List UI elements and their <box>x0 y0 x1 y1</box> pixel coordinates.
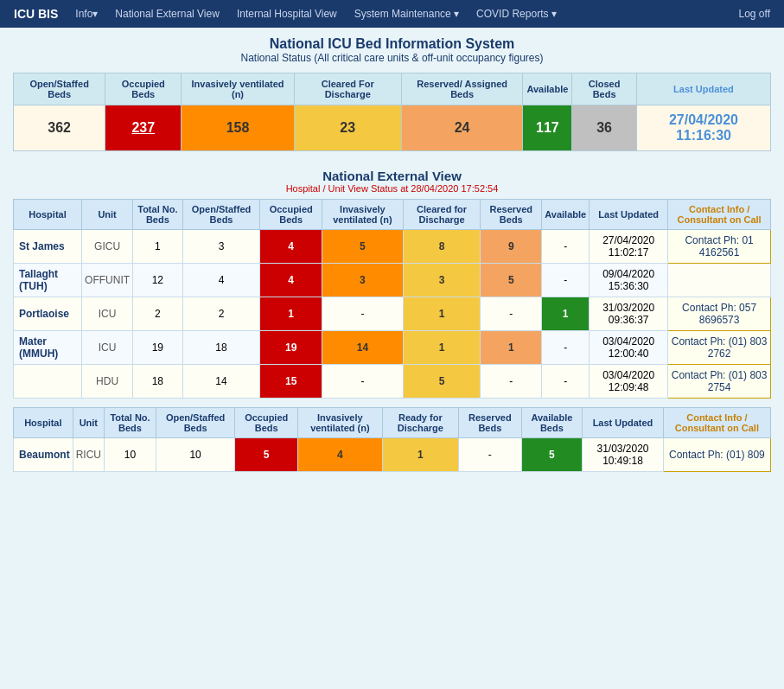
available-beds: - <box>542 365 590 399</box>
occupied-beds: 1 <box>260 297 322 331</box>
contact-info: Contact Ph: (01) 803 2762 <box>668 331 771 365</box>
nav-info[interactable]: Info▾ <box>75 8 98 20</box>
summary-value-cleared: 23 <box>294 105 401 151</box>
summary-value-occupied: 237 <box>105 105 182 151</box>
summary-value-reserved: 24 <box>401 105 523 151</box>
invasive-beds: - <box>322 297 403 331</box>
col2-invasive: Invasively ventilated (n) <box>298 408 382 438</box>
col2-open: Open/Staffed Beds <box>156 408 234 438</box>
invasive-beds: 14 <box>322 331 403 365</box>
unit-name: RICU <box>73 438 104 472</box>
table-row: St James GICU 1 3 4 5 8 9 - 27/04/2020 1… <box>14 230 771 264</box>
open-beds: 3 <box>182 230 260 264</box>
reserved-beds: - <box>481 365 542 399</box>
col2-reserved: Reserved Beds <box>459 408 521 438</box>
summary-header-closed: Closed Beds <box>572 73 637 105</box>
col-contact: Contact Info / Consultant on Call <box>668 200 771 230</box>
col2-occupied: Occupied Beds <box>235 408 298 438</box>
hospital-name: Portlaoise <box>14 297 82 331</box>
last-updated: 27/04/2020 11:02:17 <box>590 230 668 264</box>
occupied-beds: 19 <box>260 331 322 365</box>
col2-total: Total No. Beds <box>105 408 156 438</box>
summary-header-available: Available <box>523 73 572 105</box>
unit-name: ICU <box>82 297 133 331</box>
unit-name: ICU <box>82 331 133 365</box>
summary-header-open: Open/Staffed Beds <box>14 73 105 105</box>
last-updated: 03/04/2020 12:00:40 <box>590 331 668 365</box>
col-lastupdated: Last Updated <box>590 200 668 230</box>
col2-available: Available Beds <box>521 408 583 438</box>
total-beds: 18 <box>133 365 183 399</box>
col2-contact: Contact Info / Consultant on Call <box>663 408 770 438</box>
table-row: HDU 18 14 15 - 5 - - 03/04/2020 12:09:48… <box>14 365 771 399</box>
national-view-subtitle: Hospital / Unit View Status at 28/04/202… <box>13 183 771 194</box>
available-beds: - <box>542 331 590 365</box>
occupied-beds: 4 <box>260 264 322 297</box>
col2-hospital: Hospital <box>14 408 73 438</box>
cleared-beds: 3 <box>403 264 481 297</box>
open-beds: 4 <box>182 264 260 297</box>
col-cleared: Cleared for Discharge <box>403 200 481 230</box>
table-row: Portlaoise ICU 2 2 1 - 1 - 1 31/03/2020 … <box>14 297 771 331</box>
main-content: National ICU Bed Information System Nati… <box>0 28 784 489</box>
col2-cleared: Ready for Discharge <box>382 408 459 438</box>
cleared-beds: 8 <box>403 230 481 264</box>
occupied-beds: 15 <box>260 365 322 399</box>
reserved-beds: 5 <box>481 264 542 297</box>
occupied-beds: 5 <box>235 438 298 472</box>
total-beds: 19 <box>133 331 183 365</box>
last-updated: 09/04/2020 15:36:30 <box>590 264 668 297</box>
col-total: Total No. Beds <box>133 200 183 230</box>
logout-button[interactable]: Log off <box>739 8 770 20</box>
table-row: Beaumont RICU 10 10 5 4 1 - 5 31/03/2020… <box>14 438 771 472</box>
summary-header-reserved: Reserved/ Assigned Beds <box>401 73 523 105</box>
summary-value-available: 117 <box>523 105 572 151</box>
summary-value-closed: 36 <box>572 105 637 151</box>
open-beds: 18 <box>182 331 260 365</box>
summary-header-occupied: Occupied Beds <box>105 73 182 105</box>
open-beds: 2 <box>182 297 260 331</box>
available-beds: - <box>542 264 590 297</box>
last-updated: 03/04/2020 12:09:48 <box>590 365 668 399</box>
app-brand[interactable]: ICU BIS <box>14 7 58 21</box>
summary-header-lastupdated: Last Updated <box>636 73 770 105</box>
col2-lastupdated: Last Updated <box>583 408 664 438</box>
cleared-beds: 1 <box>403 331 481 365</box>
col-reserved: Reserved Beds <box>481 200 542 230</box>
nav-national-external[interactable]: National External View <box>115 8 220 20</box>
hospital-name: Mater (MMUH) <box>14 331 82 365</box>
nav-internal-hospital[interactable]: Internal Hospital View <box>237 8 337 20</box>
reserved-beds: - <box>481 297 542 331</box>
contact-info <box>668 264 771 297</box>
page-subtitle: National Status (All critical care units… <box>13 52 771 64</box>
nav-system-maintenance[interactable]: System Maintenance ▾ <box>354 8 459 20</box>
col-available: Available <box>542 200 590 230</box>
invasive-beds: - <box>322 365 403 399</box>
contact-info: Contact Ph: 057 8696573 <box>668 297 771 331</box>
open-beds: 14 <box>182 365 260 399</box>
col-hospital: Hospital <box>14 200 82 230</box>
total-beds: 10 <box>105 438 156 472</box>
page-title: National ICU Bed Information System <box>13 36 771 52</box>
last-updated: 31/03/2020 09:36:37 <box>590 297 668 331</box>
hospital-name: Beaumont <box>14 438 73 472</box>
summary-value-invasive: 158 <box>182 105 294 151</box>
invasive-beds: 4 <box>298 438 382 472</box>
col-invasive: Invasively ventilated (n) <box>322 200 403 230</box>
col-occupied: Occupied Beds <box>260 200 322 230</box>
summary-header-cleared: Cleared For Discharge <box>294 73 401 105</box>
cleared-beds: 1 <box>382 438 459 472</box>
available-beds: 1 <box>542 297 590 331</box>
summary-occupied-link[interactable]: 237 <box>131 120 155 135</box>
national-view-table-2: Hospital Unit Total No. Beds Open/Staffe… <box>13 407 771 472</box>
national-view-title: National External View <box>13 169 771 183</box>
nav-covid-reports[interactable]: COVID Reports ▾ <box>476 8 557 20</box>
hospital-name: St James <box>14 230 82 264</box>
contact-info: Contact Ph: (01) 809 <box>663 438 770 472</box>
table-row: Mater (MMUH) ICU 19 18 19 14 1 1 - 03/04… <box>14 331 771 365</box>
col-unit: Unit <box>82 200 133 230</box>
invasive-beds: 5 <box>322 230 403 264</box>
col2-unit: Unit <box>73 408 104 438</box>
hospital-name <box>14 365 82 399</box>
page-title-section: National ICU Bed Information System Nati… <box>13 36 771 64</box>
